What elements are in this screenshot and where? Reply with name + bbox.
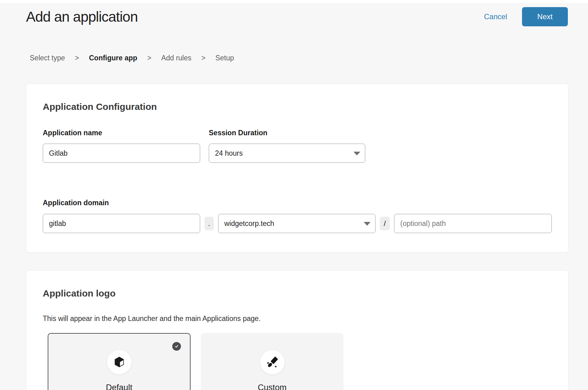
- application-logo-heading: Application logo: [43, 288, 552, 299]
- chevron-down-icon: [364, 222, 371, 226]
- default-logo-circle: [107, 350, 131, 374]
- application-logo-description: This will appear in the App Launcher and…: [43, 314, 552, 323]
- next-button[interactable]: Next: [522, 7, 568, 26]
- selected-check-badge: [172, 342, 181, 351]
- session-duration-label: Session Duration: [209, 128, 365, 137]
- breadcrumb-step-setup[interactable]: Setup: [215, 53, 234, 63]
- breadcrumb-step-add-rules[interactable]: Add rules: [161, 53, 191, 63]
- application-logo-card: Application logo This will appear in the…: [26, 270, 568, 390]
- breadcrumb-step-select-type[interactable]: Select type: [30, 53, 65, 63]
- application-name-field-group: Application name: [43, 128, 200, 163]
- name-duration-row: Application name Session Duration 24 hou…: [43, 128, 552, 163]
- breadcrumb: Select type > Configure app > Add rules …: [30, 53, 588, 63]
- breadcrumb-separator: >: [147, 53, 151, 63]
- slash-separator: /: [380, 217, 390, 230]
- subdomain-input[interactable]: [43, 214, 200, 233]
- cancel-button[interactable]: Cancel: [484, 12, 507, 21]
- application-configuration-heading: Application Configuration: [43, 101, 552, 112]
- application-name-label: Application name: [43, 128, 200, 137]
- application-name-input[interactable]: [43, 144, 200, 163]
- dot-separator: .: [204, 217, 214, 230]
- logo-option-tiles: Default Custom: [48, 333, 552, 390]
- session-duration-select[interactable]: 24 hours: [209, 144, 365, 163]
- custom-logo-circle: [260, 350, 284, 374]
- page: Add an application Cancel Next Select ty…: [0, 3, 588, 390]
- cube-icon: [112, 355, 126, 369]
- path-input[interactable]: [394, 214, 552, 233]
- paintbrush-icon: [265, 355, 279, 369]
- topbar-actions: Cancel Next: [484, 7, 568, 26]
- page-title: Add an application: [26, 8, 138, 25]
- session-duration-field-group: Session Duration 24 hours: [209, 128, 365, 163]
- logo-option-label: Custom: [201, 383, 343, 390]
- logo-option-default[interactable]: Default: [48, 333, 191, 390]
- domain-value: widgetcorp.tech: [224, 219, 274, 228]
- breadcrumb-separator: >: [75, 53, 79, 63]
- session-duration-value: 24 hours: [215, 149, 243, 158]
- top-bar: Add an application Cancel Next: [0, 3, 588, 26]
- logo-option-custom[interactable]: Custom: [201, 333, 344, 390]
- domain-select[interactable]: widgetcorp.tech: [218, 214, 375, 233]
- application-configuration-card: Application Configuration Application na…: [26, 84, 568, 253]
- breadcrumb-step-configure-app[interactable]: Configure app: [89, 53, 137, 63]
- application-domain-label: Application domain: [43, 198, 552, 207]
- check-icon: [174, 344, 179, 349]
- breadcrumb-separator: >: [201, 53, 205, 63]
- application-domain-row: . widgetcorp.tech /: [43, 214, 552, 233]
- chevron-down-icon: [353, 152, 360, 155]
- logo-option-label: Default: [48, 383, 190, 390]
